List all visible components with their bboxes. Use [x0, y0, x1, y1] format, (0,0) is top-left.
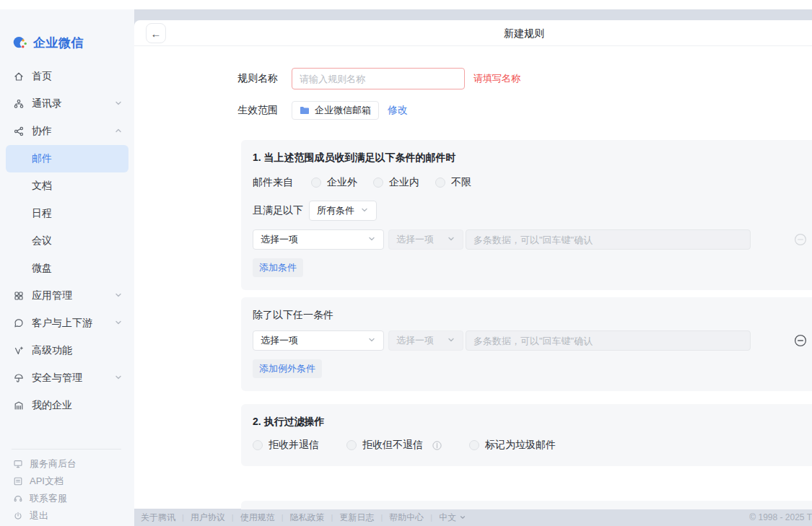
match-mode-select[interactable]: 所有条件: [309, 201, 377, 221]
chevron-down-icon: [447, 336, 455, 346]
sidebar-item-customers[interactable]: 客户与上下游: [6, 310, 128, 337]
condition-row: 选择一项 选择一项: [253, 229, 812, 250]
radio-icon: [346, 440, 357, 450]
radio-icon: [435, 177, 445, 188]
chevron-down-icon: [360, 206, 369, 216]
exception-value-input[interactable]: [466, 330, 751, 351]
radio-reject-and-bounce[interactable]: 拒收并退信: [253, 439, 319, 452]
radio-icon: [469, 440, 479, 450]
collaboration-icon: [13, 126, 25, 137]
sidebar-item-app-management[interactable]: 应用管理: [6, 282, 128, 310]
sidebar-item-support[interactable]: 联系客服: [0, 490, 134, 507]
exception-operator-select[interactable]: 选择一项: [388, 330, 463, 351]
minus-circle-icon: [794, 334, 807, 347]
chevron-up-icon: [114, 126, 123, 137]
sidebar-item-schedule[interactable]: 日程: [6, 200, 128, 227]
headset-icon: [13, 494, 23, 504]
filter-action-title: 2. 执行过滤操作: [253, 416, 812, 429]
sparkle-wand-icon: [13, 345, 25, 356]
sidebar-item-api-docs[interactable]: API文档: [0, 473, 134, 490]
condition-value-input[interactable]: [466, 229, 751, 250]
umbrella-icon: [13, 372, 25, 384]
exceptions-card-title: 除了以下任一条件: [253, 309, 812, 322]
monitor-icon: [13, 459, 23, 469]
footer-link-user-agreement[interactable]: 用户协议: [191, 512, 225, 524]
exception-condition-row: 选择一项 选择一项: [253, 330, 812, 351]
sidebar-item-home[interactable]: 首页: [6, 63, 128, 90]
page-footer: 关于腾讯 | 用户协议 | 使用规范 | 隐私政策 | 更新日志 | 帮助中心 …: [134, 509, 812, 526]
wecom-logo[interactable]: 企业微信: [0, 9, 134, 56]
radio-mark-as-spam[interactable]: 标记为垃圾邮件: [469, 439, 556, 452]
folder-icon: [300, 106, 310, 115]
radio-mail-from-internal[interactable]: 企业内: [373, 176, 419, 189]
condition-operator-select[interactable]: 选择一项: [388, 229, 463, 250]
contacts-icon: [13, 98, 25, 110]
footer-link-about[interactable]: 关于腾讯: [141, 512, 175, 524]
power-icon: [13, 511, 23, 521]
minus-circle-icon: [794, 233, 807, 246]
footer-link-help-center[interactable]: 帮助中心: [389, 512, 424, 524]
rule-form: 规则名称 请填写名称 生效范围 企业微信邮箱 修改 1. 当上述范围成员收到满足…: [134, 46, 812, 509]
chevron-down-icon: [447, 234, 455, 245]
radio-icon: [253, 440, 263, 450]
rule-name-input[interactable]: [292, 68, 465, 89]
condition-field-select[interactable]: 选择一项: [253, 229, 384, 250]
exceptions-card: 除了以下任一条件 选择一项 选择一项: [241, 297, 812, 391]
footer-link-usage-rules[interactable]: 使用规范: [240, 512, 275, 524]
modify-scope-link[interactable]: 修改: [388, 104, 408, 117]
conditions-card-title: 1. 当上述范围成员收到满足以下条件的邮件时: [253, 152, 812, 165]
footer-copyright: © 1998 - 2025 T: [749, 512, 812, 522]
sidebar-item-collaboration[interactable]: 协作: [6, 118, 128, 145]
sidebar-item-contacts[interactable]: 通讯录: [6, 90, 128, 118]
wecom-logo-icon: [12, 35, 28, 51]
add-condition-button[interactable]: 添加条件: [253, 258, 303, 277]
sidebar-item-security[interactable]: 安全与管理: [6, 364, 128, 392]
chat-bubble-icon: [13, 317, 25, 329]
remove-exception-button[interactable]: [794, 334, 807, 347]
sidebar-item-mail[interactable]: 邮件: [6, 145, 128, 172]
radio-icon: [373, 177, 383, 188]
match-mode-row: 且满足以下 所有条件: [253, 201, 812, 221]
chevron-down-icon: [459, 514, 466, 521]
chevron-down-icon: [367, 234, 376, 245]
scope-target-text: 企业微信邮箱: [315, 104, 371, 117]
panel-header: ← 新建规则: [134, 20, 812, 46]
sidebar-item-advanced-features[interactable]: 高级功能: [6, 337, 128, 364]
footer-language-selector[interactable]: 中文: [439, 512, 466, 524]
radio-icon: [311, 177, 321, 188]
exception-field-select[interactable]: 选择一项: [253, 330, 384, 351]
sidebar-item-service-provider[interactable]: 服务商后台: [0, 455, 134, 473]
radio-mail-from-external[interactable]: 企业外: [311, 176, 357, 189]
sidebar: 企业微信 首页 通讯录 协作: [0, 9, 134, 526]
info-icon[interactable]: [432, 441, 442, 450]
rule-name-row: 规则名称 请填写名称: [237, 68, 812, 89]
footer-link-privacy[interactable]: 隐私政策: [290, 512, 325, 524]
add-exception-button[interactable]: 添加例外条件: [253, 359, 322, 378]
sidebar-item-docs[interactable]: 文档: [6, 172, 128, 200]
home-icon: [13, 71, 25, 82]
chevron-down-icon: [114, 317, 123, 329]
rule-name-label: 规则名称: [237, 72, 279, 85]
page-title: 新建规则: [134, 20, 812, 46]
radio-mail-from-any[interactable]: 不限: [435, 176, 471, 189]
filter-action-options: 拒收并退信 拒收但不退信 标记为垃圾邮件: [253, 439, 812, 452]
wecom-admin-app: 企业微信 首页 通讯录 协作: [0, 0, 812, 526]
rule-name-error: 请填写名称: [473, 72, 520, 85]
mail-from-options: 企业外 企业内 不限: [311, 176, 471, 189]
sidebar-item-my-company[interactable]: 我的企业: [6, 392, 128, 419]
match-mode-label: 且满足以下: [253, 204, 303, 217]
mail-from-label: 邮件来自: [253, 176, 293, 189]
chevron-down-icon: [114, 290, 123, 302]
sidebar-utility: 服务商后台 API文档 联系客服 退出: [0, 449, 134, 526]
scope-target-tag: 企业微信邮箱: [292, 101, 379, 120]
radio-reject-no-bounce[interactable]: 拒收但不退信: [346, 439, 442, 452]
mail-from-row: 邮件来自 企业外 企业内 不限: [253, 176, 812, 189]
scope-label: 生效范围: [237, 104, 279, 117]
apps-grid-icon: [13, 290, 25, 302]
sidebar-item-meeting[interactable]: 会议: [6, 227, 128, 255]
footer-link-changelog[interactable]: 更新日志: [339, 512, 374, 524]
sidebar-item-drive[interactable]: 微盘: [6, 255, 128, 282]
remove-condition-button[interactable]: [794, 233, 807, 246]
filter-action-card: 2. 执行过滤操作 拒收并退信 拒收但不退信: [241, 404, 812, 466]
sidebar-item-logout[interactable]: 退出: [0, 507, 134, 525]
